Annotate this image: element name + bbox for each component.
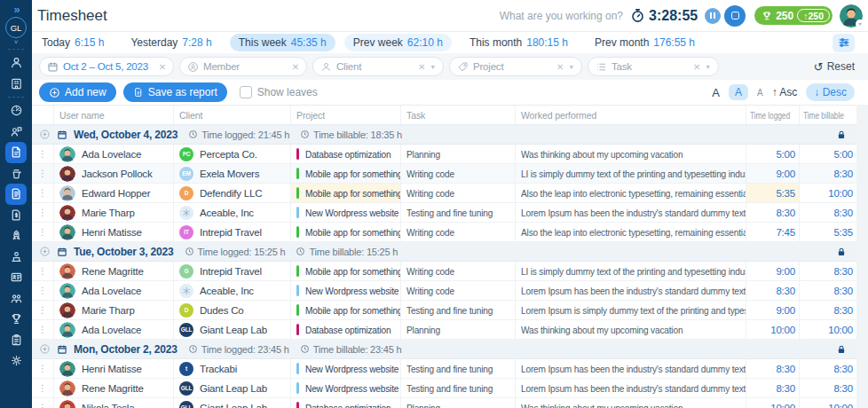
task-cell[interactable]: Writing code xyxy=(400,262,515,280)
reset-button[interactable]: ↺ Reset xyxy=(814,60,855,74)
work-performed-cell[interactable]: Lorem Ipsum has been the industry's stan… xyxy=(515,379,746,397)
user-cell[interactable]: Jackson Pollock xyxy=(53,164,173,183)
workspace-avatar[interactable]: GL xyxy=(5,17,27,38)
save-as-report-button[interactable]: Save as report xyxy=(123,82,227,102)
row-menu-button[interactable]: ⋮ xyxy=(32,379,53,397)
client-cell[interactable]: GLLGiant Leap Lab xyxy=(173,398,290,408)
time-billable-cell[interactable]: 8:30 xyxy=(799,203,856,222)
time-billable-cell[interactable]: 5:00 xyxy=(799,145,856,163)
user-cell[interactable]: Marie Tharp xyxy=(53,203,173,222)
project-cell[interactable]: Mobile app for something xyxy=(290,164,400,183)
date-range-filter[interactable]: Oct 2 – Oct 5, 2023 ✕ xyxy=(39,57,174,76)
client-cell[interactable]: GLLGiant Leap Lab xyxy=(173,379,290,397)
user-cell[interactable]: Rene Magritte xyxy=(53,262,173,280)
sidebar-item-team[interactable] xyxy=(5,288,27,310)
column-header-time-logged[interactable]: Time logged xyxy=(746,106,799,124)
timesheet-row[interactable]: ⋮Edward HopperDDefendify LLCMobile app f… xyxy=(32,184,856,203)
clear-filter-icon[interactable]: ✕ xyxy=(556,62,564,72)
work-performed-cell[interactable]: LI is simply dummy text of the printing … xyxy=(515,164,746,183)
project-cell[interactable]: Mobile app for something xyxy=(290,223,400,241)
project-cell[interactable]: Mobile app for something xyxy=(290,184,400,202)
sidebar-item-invoice[interactable] xyxy=(5,205,27,226)
row-menu-button[interactable]: ⋮ xyxy=(32,320,53,339)
timesheet-row[interactable]: ⋮Jackson PollockEMExela MoversMobile app… xyxy=(32,164,856,184)
row-menu-button[interactable]: ⋮ xyxy=(32,184,53,202)
work-performed-cell[interactable]: Was thinking about my upcoming vacation xyxy=(515,320,746,339)
row-menu-button[interactable]: ⋮ xyxy=(32,281,53,300)
timesheet-row[interactable]: ⋮Ada LovelacePCPercepta Co.Database opti… xyxy=(32,145,856,164)
work-performed-cell[interactable]: Lorem Ipsum has been the industry's stan… xyxy=(515,203,746,222)
time-logged-cell[interactable]: 9:00 xyxy=(746,301,799,319)
clear-filter-icon[interactable]: ✕ xyxy=(418,62,425,72)
clear-filter-icon[interactable]: ✕ xyxy=(292,62,299,72)
timesheet-row[interactable]: ⋮Marie TharpAceable, IncNew Wordpress we… xyxy=(32,203,856,223)
client-cell[interactable]: DDudes Co xyxy=(173,301,290,319)
client-cell[interactable]: Aceable, Inc xyxy=(173,281,290,300)
user-cell[interactable]: Henri Matisse xyxy=(53,359,173,378)
client-cell[interactable]: Aceable, Inc xyxy=(173,203,290,222)
group-header-row[interactable]: Mon, October 2, 2023Time logged: 23:45 h… xyxy=(32,340,856,359)
score-badge[interactable]: 250 ↑250 xyxy=(754,6,832,25)
member-filter[interactable]: Member✕ xyxy=(179,57,307,76)
client-cell[interactable]: GLLGiant Leap Lab xyxy=(173,320,290,339)
tab-this-week[interactable]: This week45:35 h xyxy=(230,34,335,51)
lock-icon[interactable] xyxy=(836,344,849,355)
sidebar-item-rocket[interactable] xyxy=(5,225,27,247)
timesheet-row[interactable]: ⋮Marie TharpDDudes CoMobile app for some… xyxy=(32,301,856,320)
row-menu-button[interactable]: ⋮ xyxy=(32,164,53,183)
time-billable-cell[interactable]: 8:30 xyxy=(799,281,856,300)
client-cell[interactable]: tTrackabi xyxy=(173,359,290,378)
sidebar-expand-icon[interactable]: » xyxy=(13,3,18,15)
row-menu-button[interactable]: ⋮ xyxy=(32,203,53,222)
timesheet-row[interactable]: ⋮Ada LovelaceAceable, IncNew Wordpress w… xyxy=(32,281,856,301)
row-menu-button[interactable]: ⋮ xyxy=(32,145,53,163)
task-cell[interactable]: Testing and fine tuning xyxy=(400,203,515,222)
sidebar-item-clipboard[interactable] xyxy=(5,330,27,351)
show-leaves-checkbox[interactable]: Show leaves xyxy=(240,86,318,98)
time-billable-cell[interactable]: 8:30 xyxy=(799,164,856,183)
task-cell[interactable]: Planning xyxy=(400,145,515,163)
time-billable-cell[interactable]: 10:00 xyxy=(799,320,856,339)
sidebar-item-chat-user[interactable] xyxy=(5,122,27,143)
task-cell[interactable]: Planning xyxy=(400,398,515,408)
project-filter[interactable]: Project✕▼ xyxy=(449,57,582,76)
scrollbar-gutter[interactable] xyxy=(856,105,868,408)
font-size-medium-button[interactable]: A xyxy=(729,84,748,100)
user-cell[interactable]: Rene Magritte xyxy=(53,379,173,397)
user-cell[interactable]: Edward Hopper xyxy=(53,184,173,202)
sidebar-item-break[interactable] xyxy=(5,163,27,184)
task-cell[interactable]: Writing code xyxy=(400,281,515,300)
project-cell[interactable]: New Wordpress website xyxy=(290,359,400,378)
work-performed-cell[interactable]: Lorem Ipsum has been the industry's stan… xyxy=(515,359,746,378)
sidebar-item-desk[interactable] xyxy=(5,247,27,268)
row-menu-button[interactable]: ⋮ xyxy=(32,262,53,280)
task-cell[interactable]: Testing and fine tuning xyxy=(400,359,515,378)
expand-group-icon[interactable] xyxy=(39,343,51,355)
sort-desc-button[interactable]: ↓ Desc xyxy=(806,83,855,101)
row-menu-button[interactable]: ⋮ xyxy=(32,359,53,378)
tab-prev-month[interactable]: Prev month176:55 h xyxy=(586,34,704,51)
row-menu-button[interactable]: ⋮ xyxy=(32,301,53,319)
time-logged-cell[interactable]: 10:00 xyxy=(746,320,799,339)
sidebar-item-user[interactable] xyxy=(5,52,27,74)
user-cell[interactable]: Henri Matisse xyxy=(53,223,173,241)
sidebar-item-timesheet[interactable] xyxy=(5,142,27,163)
clear-date-icon[interactable]: ✕ xyxy=(159,62,166,72)
user-cell[interactable]: Nikola Tesla xyxy=(53,398,173,408)
font-size-small-button[interactable]: A xyxy=(757,88,763,98)
work-performed-cell[interactable]: Lorem Ipsum has been the industry's stan… xyxy=(515,281,746,300)
user-cell[interactable]: Marie Tharp xyxy=(53,301,173,319)
work-performed-cell[interactable]: Was thinking about my upcoming vacation xyxy=(515,398,746,408)
row-menu-button[interactable]: ⋮ xyxy=(32,398,53,408)
project-cell[interactable]: New Wordpress website xyxy=(290,281,400,300)
tab-prev-week[interactable]: Prev week62:10 h xyxy=(344,34,452,51)
font-size-large-button[interactable]: A xyxy=(712,86,720,99)
task-cell[interactable]: Writing code xyxy=(400,223,515,241)
pause-button[interactable] xyxy=(705,8,721,24)
time-billable-cell[interactable]: 10:00 xyxy=(799,398,856,408)
tab-today[interactable]: Today6:15 h xyxy=(33,34,113,51)
time-logged-cell[interactable]: 5:00 xyxy=(746,145,799,163)
expand-group-icon[interactable] xyxy=(39,246,51,257)
project-cell[interactable]: New Wordpress website xyxy=(290,203,400,222)
clear-filter-icon[interactable]: ✕ xyxy=(693,62,700,72)
